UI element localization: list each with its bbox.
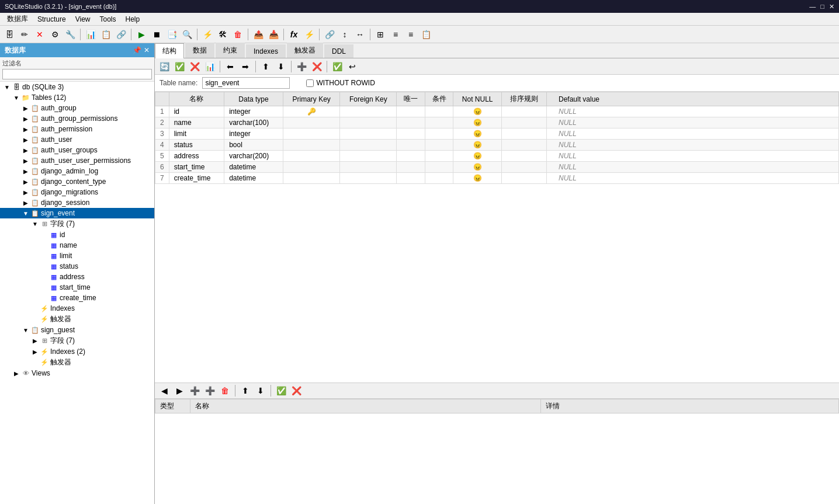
tb-doc-btn[interactable]: 📑 (165, 27, 179, 41)
tab-structure[interactable]: 结构 (155, 43, 184, 58)
tree-item-field-id[interactable]: ▦ id (0, 230, 154, 240)
tree-item-field-create-time[interactable]: ▦ create_time (0, 293, 154, 303)
tb-export-btn[interactable]: 📤 (251, 27, 265, 41)
maximize-btn[interactable]: □ (820, 3, 824, 11)
tree-item-django-content[interactable]: ▶ 📋 django_content_type (0, 176, 154, 187)
tree-item-auth-group[interactable]: ▶ 📋 auth_group (0, 103, 154, 113)
tree-item-fields[interactable]: ▼ ⊞ 字段 (7) (0, 218, 154, 230)
tab-data[interactable]: 数据 (185, 43, 214, 58)
bt-nav-fwd[interactable]: ▶ (172, 384, 186, 398)
tb-import-btn[interactable]: 📥 (266, 27, 280, 41)
menu-tools[interactable]: Tools (95, 14, 120, 25)
tree-item-django-admin[interactable]: ▶ 📋 django_admin_log (0, 166, 154, 176)
tree-item-django-mig[interactable]: ▶ 📋 django_migrations (0, 187, 154, 197)
table-row[interactable]: 6 start_time datetime 😠 NULL (155, 162, 839, 173)
table-row[interactable]: 5 address varchar(200) 😠 NULL (155, 151, 839, 162)
table-row[interactable]: 2 name varchar(100) 😠 NULL (155, 117, 839, 128)
tb-stop-btn[interactable]: ⏹ (150, 27, 164, 41)
tb-trash-btn[interactable]: 🗑 (231, 27, 245, 41)
tb-settings-btn[interactable]: ⚙ (48, 27, 62, 41)
tree-item-auth-user[interactable]: ▶ 📋 auth_user (0, 134, 154, 145)
tb-chain-btn[interactable]: 🔗 (323, 27, 337, 41)
tree-item-field-start-time[interactable]: ▦ start_time (0, 282, 154, 293)
tree-item-django-session[interactable]: ▶ 📋 django_session (0, 197, 154, 208)
tree-item-field-address[interactable]: ▦ address (0, 272, 154, 282)
st-left-btn[interactable]: ⬅ (223, 60, 237, 74)
tree-item-auth-user-user-perm[interactable]: ▶ 📋 auth_user_user_permissions (0, 155, 154, 166)
table-name-input[interactable] (202, 77, 290, 89)
tb-table-btn[interactable]: 📊 (84, 27, 98, 41)
panel-pin-btn[interactable]: 📌 (133, 46, 141, 54)
without-rowid-checkbox[interactable] (306, 79, 314, 87)
menu-structure[interactable]: Structure (33, 14, 71, 25)
tab-constraints[interactable]: 约束 (216, 43, 245, 58)
tree-item-sign-event[interactable]: ▼ 📋 sign_event (0, 208, 154, 218)
tab-triggers[interactable]: 触发器 (287, 43, 323, 58)
tb-lines2-btn[interactable]: ≡ (404, 27, 418, 41)
tree-item-sign-guest-triggers[interactable]: ⚡ 触发器 (0, 357, 154, 368)
st-remove-btn[interactable]: ❌ (310, 60, 324, 74)
tree-item-field-status[interactable]: ▦ status (0, 261, 154, 272)
tb-lightning-btn[interactable]: ⚡ (200, 27, 214, 41)
menu-database[interactable]: 数据库 (2, 13, 33, 25)
tree-item-sign-guest-fields[interactable]: ▶ ⊞ 字段 (7) (0, 335, 154, 346)
tb-link-btn[interactable]: 🔗 (114, 27, 128, 41)
tree-item-auth-user-groups[interactable]: ▶ 📋 auth_user_groups (0, 145, 154, 155)
st-confirm2-btn[interactable]: ✅ (330, 60, 344, 74)
table-row[interactable]: 7 create_time datetime 😠 NULL (155, 173, 839, 184)
st-cancel-btn[interactable]: ❌ (188, 60, 202, 74)
st-add-btn[interactable]: ➕ (294, 60, 308, 74)
tb-copy-btn[interactable]: 📋 (99, 27, 113, 41)
bt-confirm[interactable]: ✅ (274, 384, 288, 398)
filter-input[interactable] (2, 69, 152, 79)
tb-wrench-btn[interactable]: 🔧 (63, 27, 77, 41)
tb-run-btn[interactable]: ▶ (134, 27, 148, 41)
st-undo-btn[interactable]: ↩ (345, 60, 359, 74)
st-refresh-btn[interactable]: 🔄 (157, 60, 171, 74)
tree-item-db[interactable]: ▼ 🗄 db (SQLite 3) (0, 82, 154, 92)
minimize-btn[interactable]: — (809, 3, 816, 11)
menu-help[interactable]: Help (121, 14, 145, 25)
tb-tool-btn[interactable]: 🛠 (216, 27, 230, 41)
tree-item-auth-group-perm[interactable]: ▶ 📋 auth_group_permissions (0, 113, 154, 124)
st-confirm-btn[interactable]: ✅ (172, 60, 186, 74)
tb-calc-btn[interactable]: ⚡ (302, 27, 316, 41)
st-right-btn[interactable]: ➡ (238, 60, 252, 74)
bt-up[interactable]: ⬆ (238, 384, 252, 398)
tree-item-tables[interactable]: ▼ 📁 Tables (12) (0, 92, 154, 103)
table-row[interactable]: 4 status bool 😠 NULL (155, 140, 839, 151)
tree-item-views[interactable]: ▶ 👁 Views (0, 368, 154, 378)
close-btn[interactable]: ✕ (829, 3, 834, 11)
tb-split-h-btn[interactable]: ↔ (353, 27, 367, 41)
tree-item-auth-perm[interactable]: ▶ 📋 auth_permission (0, 124, 154, 134)
tb-clipboard-btn[interactable]: 📋 (419, 27, 433, 41)
panel-close-btn[interactable]: ✕ (144, 46, 150, 54)
table-row[interactable]: 1 id integer 🔑 😠 NULL (155, 106, 839, 117)
st-up-btn[interactable]: ⬆ (259, 60, 273, 74)
st-stats-btn[interactable]: 📊 (203, 60, 217, 74)
table-row[interactable]: 3 limit integer 😠 NULL (155, 128, 839, 140)
bt-del-row[interactable]: 🗑 (218, 384, 232, 398)
bt-add-row[interactable]: ➕ (188, 384, 202, 398)
tree-item-field-limit[interactable]: ▦ limit (0, 251, 154, 261)
st-down-btn[interactable]: ⬇ (274, 60, 288, 74)
tb-fx-btn[interactable]: fx (287, 27, 301, 41)
tb-split-v-btn[interactable]: ↕ (338, 27, 352, 41)
bt-cancel[interactable]: ❌ (289, 384, 303, 398)
tree-item-sign-event-triggers[interactable]: ⚡ 触发器 (0, 314, 154, 325)
tb-grid-btn[interactable]: ⊞ (373, 27, 387, 41)
bt-add-col[interactable]: ➕ (203, 384, 217, 398)
tree-item-field-name[interactable]: ▦ name (0, 240, 154, 251)
tb-delete-btn[interactable]: ✕ (33, 27, 47, 41)
tree-item-sign-event-indexes[interactable]: ⚡ Indexes (0, 303, 154, 314)
tree-item-sign-guest-indexes[interactable]: ▶ ⚡ Indexes (2) (0, 346, 154, 357)
tree-item-sign-guest[interactable]: ▼ 📋 sign_guest (0, 325, 154, 335)
bt-down[interactable]: ⬇ (254, 384, 268, 398)
tab-ddl[interactable]: DDL (324, 44, 353, 58)
tab-indexes[interactable]: Indexes (246, 44, 286, 58)
menu-view[interactable]: View (71, 14, 95, 25)
tb-edit-btn[interactable]: ✏ (18, 27, 32, 41)
tb-db-btn[interactable]: 🗄 (2, 27, 16, 41)
tb-lines-btn[interactable]: ≡ (389, 27, 403, 41)
bt-nav-back[interactable]: ◀ (157, 384, 171, 398)
